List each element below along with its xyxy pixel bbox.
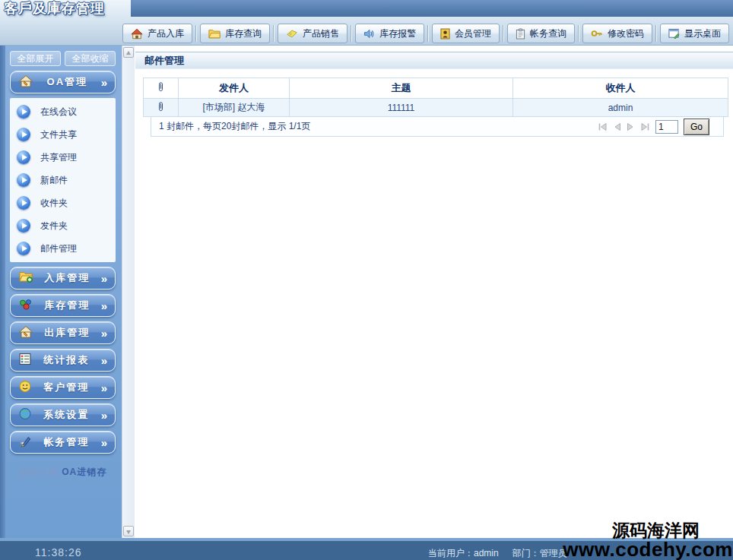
next-page-icon[interactable] [627, 122, 635, 131]
prev-page-icon[interactable] [613, 122, 621, 131]
house-hand-icon [18, 74, 33, 90]
speaker-icon [363, 29, 375, 39]
toolbar-separator [195, 25, 197, 42]
sidebar-section-label: 客户管理 [32, 381, 101, 394]
scroll-down-arrow[interactable] [123, 526, 134, 536]
sender-column-header[interactable]: 发件人 [179, 78, 290, 99]
clipboard-icon [516, 28, 525, 40]
sidebar-section-customer-management[interactable]: 客户管理 » [10, 376, 116, 399]
page-number-input[interactable] [655, 120, 678, 134]
subject-column-header[interactable]: 主题 [290, 78, 513, 99]
current-user-label: 当前用户：admin [428, 547, 499, 560]
first-page-icon[interactable] [598, 122, 608, 131]
expand-all-button[interactable]: 全部展开 [10, 51, 61, 66]
globe-icon [18, 407, 32, 422]
sidebar-item-online-meeting[interactable]: 在线会议 [10, 100, 116, 123]
attachment-cell [144, 99, 179, 117]
chevron-right-icon: » [101, 409, 107, 422]
tag-icon [286, 29, 298, 39]
sidebar-footer-suffix: OA进销存 [62, 467, 106, 477]
chevron-right-icon: » [101, 76, 107, 89]
sidebar-section-label: 系统设置 [32, 408, 101, 422]
sidebar-item-outbox[interactable]: 发件夹 [10, 214, 116, 237]
play-circle-icon [17, 128, 30, 141]
toolbar-button-label: 库存报警 [379, 27, 416, 40]
paperclip-icon [157, 104, 165, 115]
desktop-icon [668, 28, 680, 40]
sidebar-section-system-settings[interactable]: 系统设置 » [10, 403, 116, 426]
play-circle-icon [17, 105, 30, 119]
app-title: 客戶及庫存管理 [4, 0, 105, 17]
sidebar-section-inbound-management[interactable]: 入库管理 » [10, 267, 116, 289]
scroll-up-arrow[interactable] [123, 47, 134, 58]
pagination-bar: 1 封邮件，每页20封邮件，显示 1/1页 Go [151, 117, 724, 137]
header-bar: 客戶及庫存管理 产品入库 库存查询 产品销售 库存报警 会员管理 帐务查询 [0, 0, 733, 46]
last-page-icon[interactable] [640, 122, 650, 131]
recipient-column-header[interactable]: 收件人 [513, 78, 728, 99]
folder-plus-icon [18, 271, 33, 286]
mail-table-header-row: 发件人 主题 收件人 [144, 78, 728, 99]
clock-time: 11:38:26 [35, 546, 81, 558]
pagination-summary: 1 封邮件，每页20封邮件，显示 1/1页 [159, 120, 310, 133]
sidebar-section-label: 帐务管理 [32, 435, 101, 449]
sidebar-scrollbar[interactable] [122, 46, 135, 538]
toolbar-button-product-inbound[interactable]: 产品入库 [122, 24, 192, 43]
play-circle-icon [17, 173, 30, 187]
mail-table-row[interactable]: [市场部] 赵大海 111111 admin [144, 99, 728, 117]
page-title: 邮件管理 [135, 52, 733, 69]
sidebar-section-label: 统计报表 [32, 353, 101, 367]
sidebar-expand-controls: 全部展开 全部收缩 [10, 51, 116, 66]
sidebar-oa-items: 在线会议 文件共享 共享管理 新邮件 收件夹 发件夹 [10, 98, 116, 262]
house-icon [131, 28, 143, 40]
go-button[interactable]: Go [684, 119, 709, 135]
toolbar-separator [351, 25, 352, 42]
member-icon [440, 28, 450, 40]
sidebar-section-outbound-management[interactable]: 出库管理 » [10, 321, 116, 344]
toolbar-button-label: 会员管理 [455, 27, 491, 40]
sidebar-item-file-sharing[interactable]: 文件共享 [10, 123, 116, 146]
chevron-right-icon: » [101, 436, 107, 449]
toolbar-separator [427, 25, 429, 42]
titlebar-dark-strip [131, 0, 733, 17]
toolbar-button-inventory-query[interactable]: 库存查询 [200, 24, 270, 43]
folder-icon [208, 29, 221, 39]
sidebar-section-account-management[interactable]: 帐务管理 » [10, 431, 116, 454]
sidebar-item-label: 发件夹 [40, 220, 68, 233]
sidebar-section-label: 库存管理 [33, 299, 101, 312]
recipient-cell: admin [513, 99, 728, 117]
mail-table-wrap: 发件人 主题 收件人 [市场部] 赵大海 111111 admin 1 封邮件，… [143, 78, 728, 137]
play-circle-icon [17, 219, 30, 233]
toolbar-button-inventory-alert[interactable]: 库存报警 [355, 24, 424, 43]
toolbar-separator [655, 25, 657, 42]
toolbar-button-show-desktop[interactable]: 显示桌面 [660, 24, 729, 43]
sidebar-item-label: 共享管理 [40, 151, 77, 164]
toolbar-button-change-password[interactable]: 修改密码 [582, 24, 652, 43]
sidebar-section-oa-management[interactable]: OA管理 » [10, 71, 116, 93]
sidebar-footer-brand: 源码小屋 OA进销存 [10, 466, 116, 479]
sidebar-item-mail-management[interactable]: 邮件管理 [10, 237, 116, 260]
toolbar-button-product-sales[interactable]: 产品销售 [278, 24, 347, 43]
subject-cell[interactable]: 111111 [290, 99, 513, 117]
sidebar-item-inbox[interactable]: 收件夹 [10, 191, 116, 214]
sidebar-section-statistics-report[interactable]: 统计报表 » [10, 349, 116, 372]
sidebar-section-label: 出库管理 [33, 326, 101, 340]
sidebar: 全部展开 全部收缩 OA管理 » 在线会议 文件共享 共享管理 新邮件 [0, 46, 122, 538]
toolbar-button-member-management[interactable]: 会员管理 [432, 24, 500, 43]
toolbar-button-label: 产品入库 [148, 27, 184, 40]
main-content: 邮件管理 发件人 主题 收件人 [市场部] 赵大海 [135, 46, 733, 538]
play-circle-icon [17, 196, 30, 210]
sidebar-item-share-management[interactable]: 共享管理 [10, 146, 116, 169]
paperclip-icon [157, 84, 165, 95]
sender-cell: [市场部] 赵大海 [179, 99, 290, 117]
pen-icon [18, 435, 32, 450]
sidebar-section-label: OA管理 [33, 75, 101, 89]
toolbar-button-account-query[interactable]: 帐务查询 [507, 24, 575, 43]
toolbar: 产品入库 库存查询 产品销售 库存报警 会员管理 帐务查询 修改 [122, 24, 729, 43]
collapse-all-button[interactable]: 全部收缩 [65, 51, 116, 66]
sidebar-item-label: 邮件管理 [40, 242, 77, 255]
sidebar-section-label: 入库管理 [33, 271, 101, 285]
toolbar-button-label: 库存查询 [225, 27, 262, 40]
sidebar-item-new-mail[interactable]: 新邮件 [10, 169, 116, 191]
toolbar-button-label: 显示桌面 [684, 27, 721, 40]
sidebar-section-inventory-management[interactable]: 库存管理 » [10, 294, 116, 317]
